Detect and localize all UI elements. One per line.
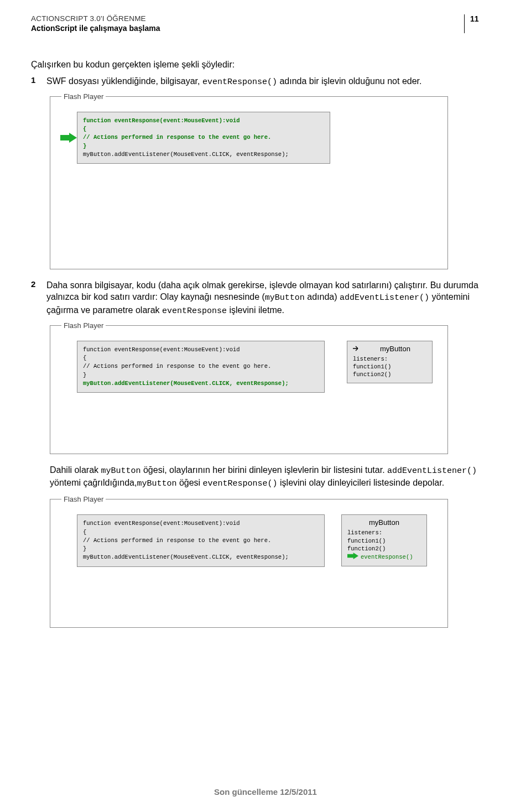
doc-subtitle: ActionScript ile çalışmaya başlama (31, 24, 459, 33)
diagram-2-legend: Flash Player (61, 321, 106, 330)
svg-marker-1 (347, 553, 358, 559)
code-line: } (83, 142, 324, 150)
listener-item: function2() (353, 371, 426, 378)
diagram-3: Flash Player function eventResponse(even… (50, 495, 448, 628)
code-line: { (83, 354, 319, 362)
listeners-label: listeners: (347, 529, 421, 537)
arrow-right-icon (353, 346, 361, 351)
code-line: myButton.addEventListener(MouseEvent.CLI… (83, 150, 324, 159)
step1-text-b: adında bir işlevin olduğunu not eder. (277, 76, 422, 86)
listener-item: function2() (347, 545, 421, 553)
object-title: myButton (364, 345, 426, 353)
page-header: ACTIONSCRIPT 3.0'I ÖĞRENME ActionScript … (31, 14, 500, 33)
code-line: function eventResponse(event:MouseEvent)… (83, 346, 319, 354)
code-line: myButton.addEventListener(MouseEvent.CLI… (83, 379, 319, 388)
code-line: // Actions performed in response to the … (83, 133, 324, 142)
step-1: 1 SWF dosyası yüklendiğinde, bilgisayar,… (31, 75, 500, 88)
listener-item: function1() (353, 363, 426, 371)
diagram-2: Flash Player function eventResponse(even… (50, 321, 448, 454)
green-arrow-icon (347, 553, 358, 561)
diagram-3-legend: Flash Player (61, 495, 106, 503)
code-line: // Actions performed in response to the … (83, 362, 319, 371)
step1-code: eventResponse() (202, 77, 277, 87)
listener-item: function1() (347, 537, 421, 545)
step2-code1: myButton (265, 293, 305, 303)
step2-code2: addEventListener() (340, 293, 429, 303)
step2-code3: eventResponse (162, 306, 227, 316)
code-line: myButton.addEventListener(MouseEvent.CLI… (83, 553, 319, 561)
diagram-1: Flash Player function eventResponse(even… (50, 92, 448, 269)
code-line: } (83, 545, 319, 553)
paragraph-3: Dahili olarak myButton öğesi, olaylarını… (50, 464, 500, 490)
green-arrow-icon (58, 112, 77, 164)
step1-text-a: SWF dosyası yüklendiğinde, bilgisayar, (46, 76, 202, 86)
code-line: { (83, 125, 324, 133)
code-line: } (83, 371, 319, 379)
step2-text-d: işlevini iletme. (227, 305, 284, 315)
page-footer: Son güncelleme 12/5/2011 (0, 787, 531, 797)
intro-text: Çalışırken bu kodun gerçekten işleme şek… (31, 59, 500, 71)
code-line: // Actions performed in response to the … (83, 537, 319, 545)
step2-text-b: adında) (305, 292, 340, 301)
code-line: function eventResponse(event:MouseEvent)… (83, 117, 324, 125)
page-number: 11 (464, 14, 500, 33)
listeners-label: listeners: (353, 355, 426, 363)
step-number: 2 (31, 279, 39, 317)
code-line: function eventResponse(event:MouseEvent)… (83, 519, 319, 528)
step-2: 2 Daha sonra bilgisayar, kodu (daha açık… (31, 279, 500, 317)
object-title: myButton (347, 518, 421, 527)
diagram-1-legend: Flash Player (61, 92, 106, 101)
listener-item-new: eventResponse() (361, 553, 413, 561)
svg-marker-0 (60, 133, 77, 143)
doc-title: ACTIONSCRIPT 3.0'I ÖĞRENME (31, 14, 459, 23)
step-number: 1 (31, 75, 39, 88)
code-line: { (83, 528, 319, 537)
